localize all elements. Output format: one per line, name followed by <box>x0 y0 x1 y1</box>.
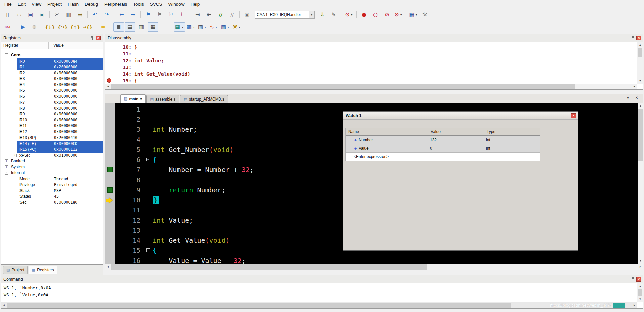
toolbox-dropdown-icon[interactable]: ▼ <box>238 26 241 28</box>
kill-all-breakpoints-button[interactable]: ⊗▼ <box>393 10 404 20</box>
scrollbar-thumb[interactable] <box>638 109 643 161</box>
register-row[interactable]: StackMSP <box>1 188 103 194</box>
tree-expander-icon[interactable]: + <box>5 165 8 169</box>
scrollbar-thumb[interactable] <box>7 303 511 308</box>
register-row[interactable]: ModeThread <box>1 176 103 182</box>
undo-button[interactable]: ↶ <box>90 10 100 20</box>
call-stack-window-button[interactable]: ≡ <box>159 22 170 32</box>
step-over-button[interactable]: {↷} <box>56 22 68 32</box>
disassembly-window-button[interactable]: ▤ <box>125 22 135 32</box>
scrollbar-thumb[interactable] <box>111 84 575 89</box>
disassembly-line[interactable]: 12: int Value; <box>105 57 637 64</box>
register-row[interactable]: R14 (LR)0x000000CD <box>1 141 103 147</box>
register-row[interactable]: R100x00000000 <box>1 117 103 123</box>
disable-all-breakpoints-button[interactable]: ⊘ <box>381 10 392 20</box>
redo-button[interactable]: ↷ <box>101 10 112 20</box>
editor-vertical-scrollbar[interactable]: ▲ ▼ <box>638 103 643 264</box>
pin-icon[interactable] <box>631 277 635 281</box>
register-row[interactable]: R50x00000000 <box>1 88 103 94</box>
stop-button[interactable]: ⊗ <box>29 22 40 32</box>
scroll-up-icon[interactable]: ▲ <box>637 283 643 289</box>
register-row[interactable]: R80x00000000 <box>1 106 103 112</box>
breakpoint-marker[interactable] <box>107 187 113 193</box>
menu-edit[interactable]: Edit <box>15 0 29 9</box>
register-row[interactable]: R13 (SP)0x20000410 <box>1 135 103 141</box>
pin-icon[interactable] <box>631 36 635 40</box>
menu-debug[interactable]: Debug <box>82 0 101 9</box>
comment-selection-button[interactable]: // <box>215 10 226 20</box>
start-stop-debug-session-dropdown-icon[interactable]: ▼ <box>351 14 353 16</box>
scroll-up-icon[interactable]: ▲ <box>637 42 643 48</box>
register-row[interactable]: States45 <box>1 194 103 200</box>
watch-windows-button[interactable]: ▦▼ <box>174 22 185 32</box>
outdent-button[interactable]: ⇤ <box>204 10 214 20</box>
scroll-left-icon[interactable]: ◄ <box>105 84 111 89</box>
scroll-left-icon[interactable]: ◄ <box>105 264 111 270</box>
open-file-button[interactable]: ▱ <box>14 10 25 20</box>
register-row[interactable]: R110x00000000 <box>1 123 103 129</box>
command-horizontal-scrollbar[interactable]: ◄ ► https://blog.csdn.net/weixin_4474 <box>1 302 637 308</box>
system-viewer-windows-dropdown-icon[interactable]: ▼ <box>227 26 229 28</box>
breakpoint-marker[interactable] <box>107 167 113 172</box>
menu-help[interactable]: Help <box>188 0 203 9</box>
register-row[interactable]: R15 (PC)0x00000112 <box>1 147 103 153</box>
disassembly-line[interactable]: 14: int Get_Value(void) <box>105 71 637 77</box>
insert-remove-breakpoint-button[interactable]: ● <box>359 10 369 20</box>
memory-windows-button[interactable]: ▨▼ <box>186 22 196 32</box>
register-row[interactable]: +xPSR0x01000000 <box>1 153 103 159</box>
analysis-windows-button[interactable]: ∿▼ <box>208 22 219 32</box>
toggle-bookmark-button[interactable]: ⚑ <box>143 10 154 20</box>
show-current-statement-button[interactable]: ⇨ <box>98 22 109 32</box>
close-icon[interactable]: ✕ <box>571 113 576 118</box>
copy-button[interactable]: ▥ <box>63 10 74 20</box>
watch-row[interactable]: <Enter expression> <box>346 153 540 161</box>
save-all-button[interactable]: ▣ <box>37 10 47 20</box>
flash-erase-button[interactable]: ✎ <box>328 10 339 20</box>
step-into-button[interactable]: {↓} <box>44 22 56 32</box>
watch-type-cell[interactable]: int <box>484 144 540 153</box>
register-row[interactable]: R40x00000000 <box>1 82 103 88</box>
watch-windows-dropdown-icon[interactable]: ▼ <box>181 26 184 28</box>
current-function-combo[interactable]: CAN1_RX0_IRQHandler▼ <box>255 11 315 19</box>
register-row[interactable]: −Internal <box>1 170 103 176</box>
watch-type-cell[interactable]: int <box>484 136 540 144</box>
workspace-tab-project[interactable]: ▤Project <box>3 266 28 274</box>
fold-collapse-icon[interactable]: − <box>146 158 150 161</box>
watch-row[interactable]: ◆Value0int <box>346 144 540 153</box>
menu-project[interactable]: Project <box>44 0 65 9</box>
watch-name-cell[interactable]: ◆Number <box>346 136 428 144</box>
symbol-window-button[interactable]: ▥ <box>136 22 147 32</box>
breakpoint-icon[interactable] <box>107 78 111 83</box>
register-row[interactable]: +System <box>1 164 103 170</box>
cut-button[interactable]: ✂ <box>52 10 63 20</box>
pin-icon[interactable] <box>91 36 94 40</box>
watch-window-titlebar[interactable]: Watch 1 ✕ <box>343 112 578 120</box>
register-row[interactable]: Sec0.00000180 <box>1 200 103 206</box>
register-row[interactable]: R00x00000084 <box>1 58 103 65</box>
configure-tools-button[interactable]: ⚒ <box>419 10 430 20</box>
save-button[interactable]: ▣ <box>25 10 36 20</box>
new-file-button[interactable]: ▯ <box>2 10 13 20</box>
scroll-right-icon[interactable]: ► <box>638 264 643 270</box>
scroll-down-icon[interactable]: ▼ <box>637 296 643 302</box>
workspace-tab-registers[interactable]: ▦Registers <box>29 266 57 274</box>
editor-gutter[interactable] <box>105 103 115 264</box>
clear-all-bookmarks-button[interactable]: ⚐ <box>177 10 188 20</box>
navigate-back-button[interactable]: ← <box>116 10 127 20</box>
scroll-right-icon[interactable]: ► <box>632 302 637 308</box>
disassembly-content[interactable]: 10: } 11: 12: int Value; 13: 14: int Get… <box>105 42 637 84</box>
command-vertical-scrollbar[interactable]: ▲ ▼ <box>637 283 643 302</box>
code-line[interactable]: Value = Value - 32; <box>153 256 638 264</box>
kill-all-breakpoints-dropdown-icon[interactable]: ▼ <box>400 14 402 16</box>
disassembly-horizontal-scrollbar[interactable]: ◄ ► <box>105 84 637 89</box>
menu-svcs[interactable]: SVCS <box>147 0 165 9</box>
register-row[interactable]: R120x00000000 <box>1 129 103 135</box>
register-row[interactable]: R20x00000000 <box>1 70 103 76</box>
memory-windows-dropdown-icon[interactable]: ▼ <box>193 26 195 28</box>
find-in-files-button[interactable]: ◎ <box>242 10 252 20</box>
menu-flash[interactable]: Flash <box>65 0 82 9</box>
register-row[interactable]: PrivilegePrivileged <box>1 182 103 188</box>
menu-window[interactable]: Window <box>165 0 187 9</box>
watch-row[interactable]: ◆Number132int <box>346 136 540 144</box>
disassembly-line[interactable]: 15: { <box>105 77 637 84</box>
